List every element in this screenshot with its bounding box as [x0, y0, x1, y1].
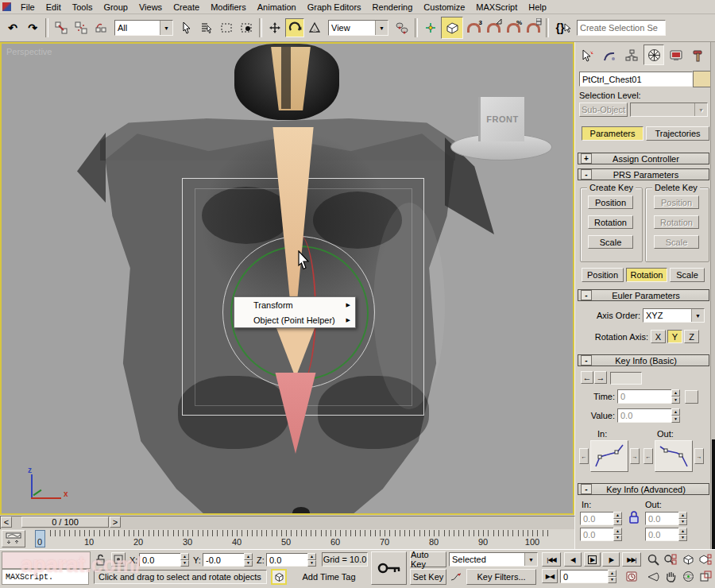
- frame-spinner[interactable]: ▲▼: [608, 570, 616, 583]
- select-by-name-icon[interactable]: [197, 18, 216, 37]
- tab-create-icon[interactable]: [577, 46, 597, 65]
- menu-item[interactable]: File: [15, 2, 41, 13]
- x-coord-field[interactable]: 0.0: [139, 553, 184, 567]
- selection-filter-dropdown[interactable]: All ▼: [114, 20, 173, 36]
- adv-out-spinner-2[interactable]: ▲▼: [678, 528, 687, 541]
- spinner-up-icon[interactable]: ▲: [613, 528, 622, 535]
- spinner-down-icon[interactable]: ▼: [613, 519, 622, 526]
- panel-scrollbar-thumb[interactable]: [712, 439, 715, 549]
- rotation-axis-button[interactable]: Z: [684, 330, 699, 343]
- add-time-tag[interactable]: Add Time Tag: [291, 570, 367, 584]
- menu-item[interactable]: Modifiers: [205, 2, 252, 13]
- sub-object-dropdown[interactable]: ▼: [630, 103, 708, 117]
- percent-snap-icon[interactable]: %: [504, 18, 523, 37]
- maxscript-macro-line[interactable]: [2, 551, 91, 569]
- select-object-icon[interactable]: [177, 18, 196, 37]
- menu-item[interactable]: Views: [133, 2, 168, 13]
- time-lock-button[interactable]: [685, 390, 698, 404]
- spinner-down-icon[interactable]: ▼: [244, 560, 253, 567]
- delete-key-button[interactable]: Scale: [654, 235, 699, 249]
- tab-modify-icon[interactable]: [599, 46, 620, 65]
- adv-in-field-1[interactable]: 0.0: [580, 512, 617, 525]
- create-key-button[interactable]: Scale: [588, 235, 633, 249]
- tab-hierarchy-icon[interactable]: [621, 46, 642, 65]
- rollout-toggle-icon[interactable]: -: [581, 355, 592, 366]
- viewport-label[interactable]: Perspective: [6, 47, 52, 56]
- tab-parameters[interactable]: Parameters: [582, 126, 644, 141]
- maxscript-listener-line[interactable]: MAXScript.: [2, 569, 89, 585]
- rollout-prs-parameters[interactable]: - PRS Parameters: [578, 168, 709, 180]
- app-icon[interactable]: [2, 2, 11, 11]
- play-button[interactable]: ▶: [584, 552, 601, 567]
- window-crossing-selection-icon[interactable]: [237, 18, 256, 37]
- time-slider-prev-button[interactable]: <: [1, 516, 12, 528]
- spinner-down-icon[interactable]: ▼: [307, 560, 316, 567]
- in-tangent-next-arrow[interactable]: →: [630, 448, 640, 464]
- spinner-down-icon[interactable]: ▼: [671, 397, 680, 404]
- min-max-toggle-icon[interactable]: [698, 569, 713, 584]
- zoom-icon[interactable]: [645, 552, 661, 567]
- out-tangent-button[interactable]: [655, 440, 693, 472]
- key-mode-toggle-button[interactable]: ▶◀: [542, 569, 558, 583]
- menu-item[interactable]: Animation: [252, 2, 302, 13]
- adv-out-spinner-1[interactable]: ▲▼: [678, 512, 687, 525]
- next-frame-button[interactable]: |▶: [602, 552, 620, 567]
- time-slider-next-button[interactable]: >: [110, 516, 121, 528]
- adv-in-spinner-1[interactable]: ▲▼: [613, 512, 622, 525]
- chevron-down-icon[interactable]: ▼: [691, 309, 704, 322]
- perspective-viewport[interactable]: Perspective FRONT z z: [0, 42, 574, 515]
- scale-mode-button[interactable]: Scale: [670, 268, 705, 282]
- sub-object-button[interactable]: Sub-Object: [579, 103, 628, 117]
- tab-display-icon[interactable]: [666, 46, 686, 65]
- context-menu-item[interactable]: Object (Point Helper) ▶: [234, 312, 355, 327]
- auto-key-button[interactable]: Auto Key: [410, 551, 446, 567]
- spinner-down-icon[interactable]: ▼: [613, 535, 622, 542]
- axis-order-dropdown[interactable]: XYZ ▼: [643, 308, 705, 323]
- spinner-snap-icon[interactable]: [524, 18, 543, 37]
- rollout-key-info-basic[interactable]: - Key Info (Basic): [578, 354, 709, 366]
- bind-to-space-warp-icon[interactable]: [91, 18, 110, 37]
- select-and-rotate-icon[interactable]: [285, 18, 304, 37]
- tab-motion-icon[interactable]: [644, 44, 664, 65]
- snaps-toggle-icon[interactable]: [441, 17, 463, 39]
- menu-item[interactable]: Help: [523, 2, 552, 13]
- time-slider-thumb[interactable]: 0 / 100: [21, 516, 109, 528]
- isolate-cube-icon[interactable]: [271, 569, 287, 585]
- angle-snap-icon[interactable]: [484, 18, 503, 37]
- time-configuration-icon[interactable]: [624, 569, 640, 583]
- tab-trajectories[interactable]: Trajectories: [646, 126, 709, 141]
- menu-item[interactable]: Rendering: [367, 2, 419, 13]
- default-in-out-tangent-icon[interactable]: [449, 570, 463, 584]
- menu-item[interactable]: Customize: [418, 2, 470, 13]
- set-key-button[interactable]: Set Key: [410, 569, 446, 585]
- rotation-mode-button[interactable]: Rotation: [626, 268, 667, 282]
- rollout-key-info-advanced[interactable]: - Key Info (Advanced): [578, 483, 709, 495]
- spinner-up-icon[interactable]: ▲: [608, 570, 616, 577]
- delete-key-button[interactable]: Position: [654, 195, 699, 209]
- rollout-assign-controller[interactable]: + Assign Controller: [578, 153, 709, 164]
- x-coord-spinner[interactable]: ▲▼: [180, 553, 189, 567]
- spinner-down-icon[interactable]: ▼: [180, 560, 189, 567]
- spinner-up-icon[interactable]: ▲: [678, 528, 687, 535]
- next-key-button[interactable]: →: [594, 371, 607, 384]
- zoom-extents-icon[interactable]: [680, 552, 696, 567]
- menu-item[interactable]: Graph Editors: [302, 2, 367, 13]
- y-coord-field[interactable]: -0.0: [203, 553, 248, 567]
- key-filters-button[interactable]: Key Filters...: [466, 569, 536, 585]
- select-and-manipulate-icon[interactable]: [421, 18, 440, 37]
- z-coord-spinner[interactable]: ▲▼: [307, 553, 316, 567]
- rollout-toggle-icon[interactable]: +: [581, 153, 592, 164]
- time-spinner[interactable]: ▲▼: [671, 389, 680, 404]
- select-and-move-icon[interactable]: [265, 18, 284, 37]
- in-tangent-button[interactable]: [590, 440, 628, 472]
- spinner-up-icon[interactable]: ▲: [671, 408, 680, 416]
- out-tangent-prev-arrow[interactable]: ←: [644, 448, 653, 464]
- rollout-toggle-icon[interactable]: -: [581, 169, 592, 180]
- rotation-axis-button[interactable]: X: [651, 330, 666, 343]
- create-key-button[interactable]: Position: [588, 195, 633, 209]
- spinner-up-icon[interactable]: ▲: [678, 512, 687, 519]
- select-and-link-icon[interactable]: [52, 18, 71, 37]
- rectangular-selection-region-icon[interactable]: [217, 18, 236, 37]
- pan-hand-icon[interactable]: [663, 569, 678, 584]
- spinner-up-icon[interactable]: ▲: [180, 553, 189, 560]
